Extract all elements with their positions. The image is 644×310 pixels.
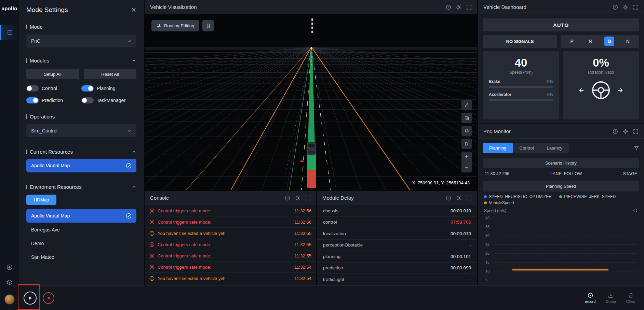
scenario-history-row: 11:30:42:296 LANE_FOLLOW STAGE [478, 170, 644, 179]
fullscreen-icon[interactable] [466, 195, 472, 201]
toggle-switch[interactable] [26, 85, 39, 91]
toggle-switch[interactable] [26, 97, 39, 103]
mode-dropdown[interactable]: PnC [26, 34, 136, 47]
chevron-down-icon [127, 39, 132, 43]
dump-button[interactable]: Dump [606, 292, 616, 304]
module-toggle-prediction[interactable]: Prediction [26, 97, 81, 103]
section-header-modules[interactable]: Modules [26, 58, 136, 64]
layers-button[interactable] [461, 126, 472, 136]
check-circle-icon [126, 163, 132, 169]
planning-speed-chart[interactable]: 40 35 30 25 20 15 10 5 [483, 215, 639, 285]
module-toggle-control[interactable]: Control [26, 85, 81, 91]
help-icon[interactable] [285, 195, 290, 201]
refresh-icon[interactable] [633, 208, 638, 213]
vehicle-visualization-panel: Vehicle Visualization [145, 0, 477, 190]
fullscreen-icon[interactable] [305, 195, 311, 201]
cursor-coordinates: X: 750998.91, Y: 2565194.43 [408, 178, 474, 187]
settings-icon[interactable] [623, 4, 628, 10]
stop-button[interactable] [43, 292, 54, 304]
legend-item[interactable]: SPEED_HEURISTIC_OPTIMIZER [484, 194, 552, 199]
check-circle-icon [126, 213, 132, 219]
rail-item-mode-settings[interactable] [0, 25, 19, 40]
fullscreen-icon[interactable] [466, 4, 472, 10]
brake-gauge: Brake 0% [489, 79, 553, 88]
resource-item-apollo-virtual-map[interactable]: Apollo Virutal Map [26, 159, 136, 172]
resource-label: Demo [31, 241, 44, 246]
reset-all-button[interactable]: Reset All [84, 69, 136, 79]
zoom-out-button[interactable] [461, 162, 472, 172]
resource-item-borregas-ave[interactable]: Borregas Ave [26, 223, 136, 236]
toggle-switch[interactable] [81, 85, 94, 91]
user-avatar[interactable] [4, 294, 15, 305]
viz-canvas[interactable]: Routing Editing [145, 14, 477, 190]
console-panel: Console Control triggers safe mode: [145, 191, 316, 285]
common-routing-button[interactable] [202, 20, 214, 31]
console-time: 11:32:54 [294, 265, 311, 270]
tab-control[interactable]: Control [513, 143, 540, 153]
measure-button[interactable] [461, 100, 472, 110]
stop-icon [46, 295, 51, 300]
hdmap-button[interactable]: HDMap [26, 195, 56, 205]
settings-icon[interactable] [295, 195, 300, 201]
filter-icon[interactable] [634, 145, 639, 151]
console-row: Control triggers safe mode: 11:32:56 [145, 205, 316, 216]
module-name: perceptionObstacle [323, 242, 363, 248]
module-toggle-planning[interactable]: Planning [81, 85, 136, 91]
tab-latency[interactable]: Latency [540, 143, 569, 153]
resource-item-demo[interactable]: Demo [26, 237, 136, 250]
close-icon[interactable] [131, 7, 136, 13]
section-header-environment-resources[interactable]: Enviroment Resources [26, 184, 136, 190]
play-button[interactable] [24, 292, 37, 305]
warning-icon [149, 231, 155, 236]
module-toggle-taskmanager[interactable]: TaskManager [81, 97, 136, 103]
resource-item-san-mateo[interactable]: San Mateo [26, 251, 136, 264]
dimension-toggle-button[interactable]: D [461, 139, 472, 149]
legend-item[interactable]: PIECEWISE_JERK_SPEED [559, 194, 616, 199]
legend-label: PIECEWISE_JERK_SPEED [564, 194, 616, 199]
toggle-switch[interactable] [81, 97, 94, 103]
drive-mode-indicator[interactable]: AUTO [483, 18, 639, 31]
console-message: You haven't selected a vehicle yet! [158, 276, 291, 281]
console-time: 11:32:54 [294, 276, 311, 281]
routing-editing-button[interactable]: Routing Editing [151, 20, 199, 31]
viz-side-toolbar: D [461, 100, 472, 172]
bookmark-icon [206, 23, 211, 28]
help-icon[interactable] [613, 4, 618, 10]
settings-icon[interactable] [456, 195, 461, 201]
tab-planning[interactable]: Planning [483, 143, 513, 153]
accelerator-percent: 0% [547, 92, 553, 97]
module-delay-list[interactable]: chassis 00:00.010 control 07:58.706 loca… [317, 205, 477, 285]
help-icon[interactable] [446, 195, 451, 201]
zoom-control [461, 152, 472, 172]
legend-dot [484, 195, 487, 198]
operations-dropdown[interactable]: Sim_Control [26, 124, 136, 137]
resource-manager-icon[interactable] [6, 279, 13, 285]
zoom-in-button[interactable] [461, 152, 472, 162]
clear-button[interactable]: Clear [626, 292, 635, 304]
panel-title: Pnc Monitor [483, 128, 613, 134]
setup-all-button[interactable]: Setup All [26, 69, 79, 79]
arrow-right-icon [618, 87, 623, 93]
dump-label: Dump [606, 299, 616, 304]
module-delay-value: - [470, 242, 471, 248]
copy-view-button[interactable] [461, 113, 472, 123]
y-tick-label: 20 [485, 251, 489, 255]
settings-icon[interactable] [623, 129, 628, 134]
resource-item-apollo-virtual-map-env[interactable]: Apollo Virutal Map [26, 209, 136, 223]
fullscreen-icon[interactable] [633, 129, 639, 134]
help-icon[interactable] [613, 129, 618, 134]
section-header-mode: Mode [26, 24, 136, 30]
section-header-current-resources[interactable]: Current Resources [26, 149, 136, 155]
module-delay-value: 00:00.101 [451, 254, 471, 259]
fullscreen-icon[interactable] [633, 4, 639, 10]
resource-label: San Mateo [31, 254, 54, 260]
settings-icon[interactable] [456, 4, 461, 10]
legend-item[interactable]: VehicleSpeed [484, 200, 514, 205]
gear-indicator: P R D N [561, 35, 639, 48]
help-icon[interactable] [446, 4, 451, 10]
console-list[interactable]: Control triggers safe mode: 11:32:56 Con… [145, 205, 316, 285]
module-delay-row: prediction 00:00.099 [317, 263, 477, 274]
record-button[interactable]: record [585, 292, 595, 304]
add-panel-icon[interactable] [6, 264, 13, 270]
y-tick-label: 35 [485, 225, 489, 229]
